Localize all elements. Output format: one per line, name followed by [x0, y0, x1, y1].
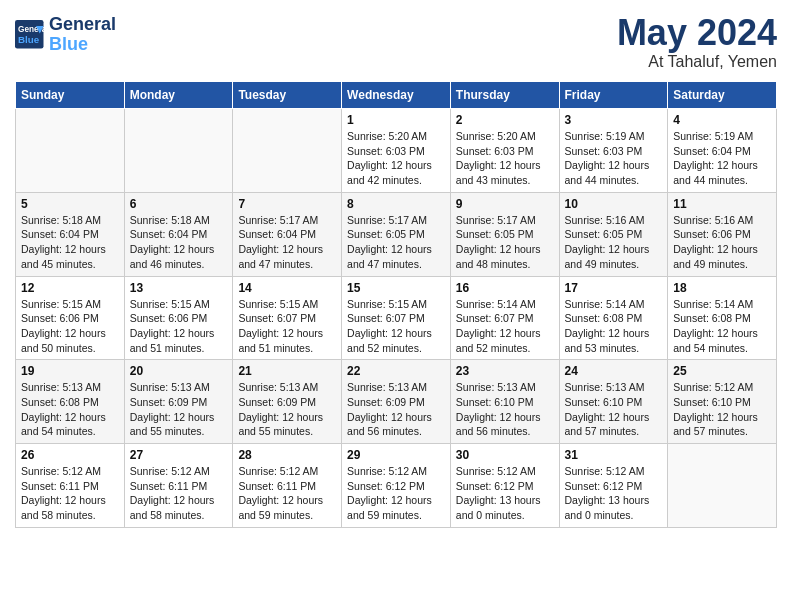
calendar-cell: 9Sunrise: 5:17 AMSunset: 6:05 PMDaylight…: [450, 192, 559, 276]
day-number: 6: [130, 197, 228, 211]
calendar-cell: 22Sunrise: 5:13 AMSunset: 6:09 PMDayligh…: [342, 360, 451, 444]
day-header-monday: Monday: [124, 82, 233, 109]
calendar-cell: 26Sunrise: 5:12 AMSunset: 6:11 PMDayligh…: [16, 444, 125, 528]
day-info: Sunrise: 5:15 AMSunset: 6:06 PMDaylight:…: [130, 297, 228, 356]
calendar-cell: 28Sunrise: 5:12 AMSunset: 6:11 PMDayligh…: [233, 444, 342, 528]
day-info: Sunrise: 5:13 AMSunset: 6:09 PMDaylight:…: [238, 380, 336, 439]
logo: General Blue General Blue: [15, 15, 116, 55]
day-info: Sunrise: 5:17 AMSunset: 6:04 PMDaylight:…: [238, 213, 336, 272]
month-title: May 2024: [617, 15, 777, 51]
calendar-week-row: 12Sunrise: 5:15 AMSunset: 6:06 PMDayligh…: [16, 276, 777, 360]
day-info: Sunrise: 5:14 AMSunset: 6:07 PMDaylight:…: [456, 297, 554, 356]
calendar-cell: 13Sunrise: 5:15 AMSunset: 6:06 PMDayligh…: [124, 276, 233, 360]
calendar-header-row: SundayMondayTuesdayWednesdayThursdayFrid…: [16, 82, 777, 109]
calendar-cell: 11Sunrise: 5:16 AMSunset: 6:06 PMDayligh…: [668, 192, 777, 276]
calendar-cell: 24Sunrise: 5:13 AMSunset: 6:10 PMDayligh…: [559, 360, 668, 444]
day-number: 5: [21, 197, 119, 211]
day-number: 12: [21, 281, 119, 295]
calendar-cell: [124, 109, 233, 193]
day-info: Sunrise: 5:12 AMSunset: 6:10 PMDaylight:…: [673, 380, 771, 439]
day-info: Sunrise: 5:14 AMSunset: 6:08 PMDaylight:…: [565, 297, 663, 356]
calendar-cell: 17Sunrise: 5:14 AMSunset: 6:08 PMDayligh…: [559, 276, 668, 360]
day-header-tuesday: Tuesday: [233, 82, 342, 109]
day-info: Sunrise: 5:12 AMSunset: 6:11 PMDaylight:…: [130, 464, 228, 523]
day-number: 4: [673, 113, 771, 127]
day-number: 22: [347, 364, 445, 378]
day-number: 19: [21, 364, 119, 378]
day-info: Sunrise: 5:20 AMSunset: 6:03 PMDaylight:…: [456, 129, 554, 188]
day-number: 1: [347, 113, 445, 127]
day-info: Sunrise: 5:13 AMSunset: 6:10 PMDaylight:…: [565, 380, 663, 439]
day-header-sunday: Sunday: [16, 82, 125, 109]
day-number: 23: [456, 364, 554, 378]
day-info: Sunrise: 5:16 AMSunset: 6:06 PMDaylight:…: [673, 213, 771, 272]
calendar-cell: 20Sunrise: 5:13 AMSunset: 6:09 PMDayligh…: [124, 360, 233, 444]
day-number: 15: [347, 281, 445, 295]
calendar-cell: [233, 109, 342, 193]
day-info: Sunrise: 5:12 AMSunset: 6:11 PMDaylight:…: [21, 464, 119, 523]
day-number: 25: [673, 364, 771, 378]
header: General Blue General Blue May 2024 At Ta…: [15, 15, 777, 71]
day-number: 9: [456, 197, 554, 211]
day-header-friday: Friday: [559, 82, 668, 109]
calendar-cell: 21Sunrise: 5:13 AMSunset: 6:09 PMDayligh…: [233, 360, 342, 444]
day-info: Sunrise: 5:12 AMSunset: 6:11 PMDaylight:…: [238, 464, 336, 523]
calendar-cell: 2Sunrise: 5:20 AMSunset: 6:03 PMDaylight…: [450, 109, 559, 193]
calendar-week-row: 19Sunrise: 5:13 AMSunset: 6:08 PMDayligh…: [16, 360, 777, 444]
calendar-cell: 7Sunrise: 5:17 AMSunset: 6:04 PMDaylight…: [233, 192, 342, 276]
day-number: 31: [565, 448, 663, 462]
day-info: Sunrise: 5:12 AMSunset: 6:12 PMDaylight:…: [347, 464, 445, 523]
calendar-cell: 1Sunrise: 5:20 AMSunset: 6:03 PMDaylight…: [342, 109, 451, 193]
day-info: Sunrise: 5:20 AMSunset: 6:03 PMDaylight:…: [347, 129, 445, 188]
day-number: 17: [565, 281, 663, 295]
day-info: Sunrise: 5:17 AMSunset: 6:05 PMDaylight:…: [347, 213, 445, 272]
calendar-cell: 25Sunrise: 5:12 AMSunset: 6:10 PMDayligh…: [668, 360, 777, 444]
day-info: Sunrise: 5:19 AMSunset: 6:03 PMDaylight:…: [565, 129, 663, 188]
day-number: 7: [238, 197, 336, 211]
day-header-thursday: Thursday: [450, 82, 559, 109]
day-info: Sunrise: 5:15 AMSunset: 6:07 PMDaylight:…: [238, 297, 336, 356]
day-info: Sunrise: 5:19 AMSunset: 6:04 PMDaylight:…: [673, 129, 771, 188]
day-number: 16: [456, 281, 554, 295]
calendar-cell: 8Sunrise: 5:17 AMSunset: 6:05 PMDaylight…: [342, 192, 451, 276]
day-info: Sunrise: 5:13 AMSunset: 6:10 PMDaylight:…: [456, 380, 554, 439]
day-info: Sunrise: 5:18 AMSunset: 6:04 PMDaylight:…: [130, 213, 228, 272]
day-info: Sunrise: 5:15 AMSunset: 6:07 PMDaylight:…: [347, 297, 445, 356]
calendar-cell: 31Sunrise: 5:12 AMSunset: 6:12 PMDayligh…: [559, 444, 668, 528]
day-number: 2: [456, 113, 554, 127]
calendar-cell: 30Sunrise: 5:12 AMSunset: 6:12 PMDayligh…: [450, 444, 559, 528]
day-header-saturday: Saturday: [668, 82, 777, 109]
day-info: Sunrise: 5:14 AMSunset: 6:08 PMDaylight:…: [673, 297, 771, 356]
calendar-week-row: 5Sunrise: 5:18 AMSunset: 6:04 PMDaylight…: [16, 192, 777, 276]
calendar-cell: 10Sunrise: 5:16 AMSunset: 6:05 PMDayligh…: [559, 192, 668, 276]
day-info: Sunrise: 5:17 AMSunset: 6:05 PMDaylight:…: [456, 213, 554, 272]
day-number: 14: [238, 281, 336, 295]
calendar-cell: 29Sunrise: 5:12 AMSunset: 6:12 PMDayligh…: [342, 444, 451, 528]
day-number: 20: [130, 364, 228, 378]
day-info: Sunrise: 5:16 AMSunset: 6:05 PMDaylight:…: [565, 213, 663, 272]
day-info: Sunrise: 5:12 AMSunset: 6:12 PMDaylight:…: [565, 464, 663, 523]
calendar-table: SundayMondayTuesdayWednesdayThursdayFrid…: [15, 81, 777, 528]
calendar-cell: 19Sunrise: 5:13 AMSunset: 6:08 PMDayligh…: [16, 360, 125, 444]
calendar-week-row: 26Sunrise: 5:12 AMSunset: 6:11 PMDayligh…: [16, 444, 777, 528]
day-info: Sunrise: 5:18 AMSunset: 6:04 PMDaylight:…: [21, 213, 119, 272]
calendar-week-row: 1Sunrise: 5:20 AMSunset: 6:03 PMDaylight…: [16, 109, 777, 193]
day-number: 3: [565, 113, 663, 127]
calendar-cell: 3Sunrise: 5:19 AMSunset: 6:03 PMDaylight…: [559, 109, 668, 193]
calendar-cell: 5Sunrise: 5:18 AMSunset: 6:04 PMDaylight…: [16, 192, 125, 276]
day-info: Sunrise: 5:12 AMSunset: 6:12 PMDaylight:…: [456, 464, 554, 523]
day-number: 18: [673, 281, 771, 295]
calendar-cell: 6Sunrise: 5:18 AMSunset: 6:04 PMDaylight…: [124, 192, 233, 276]
calendar-cell: [668, 444, 777, 528]
calendar-cell: 14Sunrise: 5:15 AMSunset: 6:07 PMDayligh…: [233, 276, 342, 360]
day-info: Sunrise: 5:15 AMSunset: 6:06 PMDaylight:…: [21, 297, 119, 356]
calendar-cell: [16, 109, 125, 193]
calendar-cell: 15Sunrise: 5:15 AMSunset: 6:07 PMDayligh…: [342, 276, 451, 360]
day-number: 28: [238, 448, 336, 462]
day-number: 13: [130, 281, 228, 295]
logo-icon: General Blue: [15, 20, 45, 50]
svg-text:Blue: Blue: [18, 33, 40, 44]
calendar-cell: 16Sunrise: 5:14 AMSunset: 6:07 PMDayligh…: [450, 276, 559, 360]
day-number: 27: [130, 448, 228, 462]
day-number: 29: [347, 448, 445, 462]
